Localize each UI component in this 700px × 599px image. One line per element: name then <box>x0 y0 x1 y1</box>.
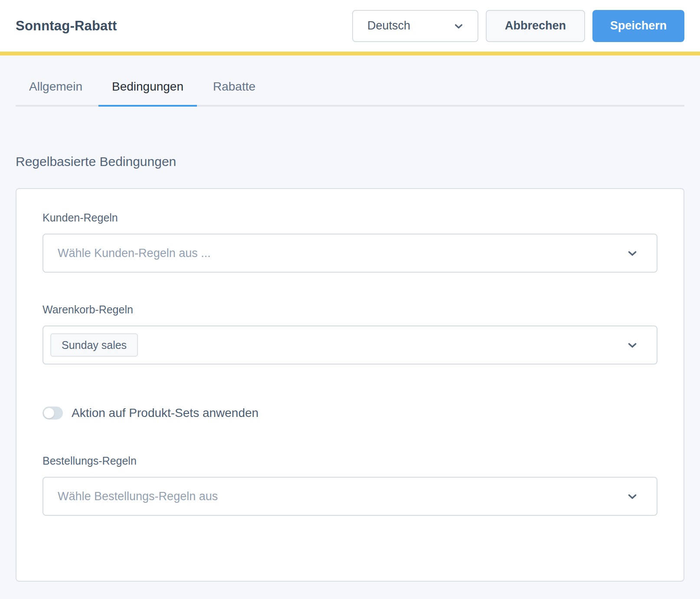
language-select-value: Deutsch <box>367 19 410 33</box>
tab-allgemein[interactable]: Allgemein <box>16 80 96 107</box>
cart-rules-label: Warenkorb-Regeln <box>43 303 657 316</box>
smart-bar: Sonntag-Rabatt Deutsch Abbrechen Speiche… <box>0 0 700 55</box>
product-sets-toggle-label: Aktion auf Produkt-Sets anwenden <box>72 406 258 420</box>
language-select[interactable]: Deutsch <box>352 10 478 42</box>
page-title: Sonntag-Rabatt <box>16 18 117 34</box>
customer-rules-placeholder: Wähle Kunden-Regeln aus ... <box>50 247 211 260</box>
customer-rules-label: Kunden-Regeln <box>43 212 657 224</box>
cancel-button[interactable]: Abbrechen <box>486 10 585 42</box>
main-content: Regelbasierte Bedingungen Kunden-Regeln … <box>0 154 700 582</box>
customer-rules-field: Kunden-Regeln Wähle Kunden-Regeln aus ..… <box>43 212 657 273</box>
product-sets-toggle-row: Aktion auf Produkt-Sets anwenden <box>43 406 657 420</box>
tab-rabatte[interactable]: Rabatte <box>200 80 269 107</box>
chevron-down-icon <box>625 247 640 259</box>
order-rules-label: Bestellungs-Regeln <box>43 455 657 467</box>
order-rules-select[interactable]: Wähle Bestellungs-Regeln aus <box>43 477 657 516</box>
cart-rules-field: Warenkorb-Regeln Sunday sales <box>43 303 657 365</box>
cart-rules-select[interactable]: Sunday sales <box>43 326 657 365</box>
chevron-down-icon <box>625 491 640 502</box>
tab-bar: Allgemein Bedingungen Rabatte <box>16 80 684 107</box>
rule-conditions-card: Kunden-Regeln Wähle Kunden-Regeln aus ..… <box>16 188 684 582</box>
smart-bar-actions: Deutsch Abbrechen Speichern <box>352 10 684 42</box>
selected-rule-tag[interactable]: Sunday sales <box>50 333 138 357</box>
save-button[interactable]: Speichern <box>592 10 684 42</box>
chevron-down-icon <box>625 339 640 351</box>
customer-rules-select[interactable]: Wähle Kunden-Regeln aus ... <box>43 234 657 273</box>
toggle-knob <box>44 408 54 418</box>
section-title: Regelbasierte Bedingungen <box>16 154 684 169</box>
chevron-down-icon <box>452 21 465 31</box>
tab-bedingungen[interactable]: Bedingungen <box>98 80 197 107</box>
product-sets-toggle[interactable] <box>43 407 63 420</box>
order-rules-field: Bestellungs-Regeln Wähle Bestellungs-Reg… <box>43 455 657 516</box>
order-rules-placeholder: Wähle Bestellungs-Regeln aus <box>50 490 218 503</box>
